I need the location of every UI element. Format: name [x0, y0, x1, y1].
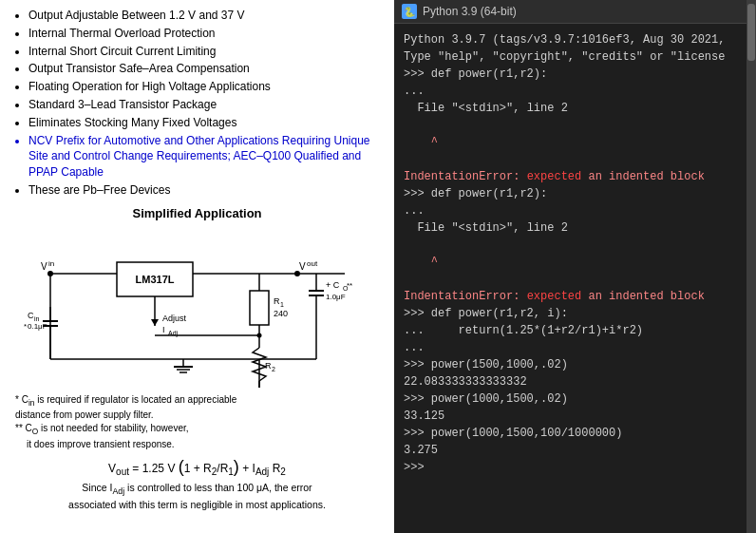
- terminal-line: ...: [404, 339, 737, 356]
- terminal-line: IndentationError: expected an indented b…: [404, 288, 737, 305]
- terminal-line: 3.275: [404, 442, 737, 459]
- svg-text:0.1μF: 0.1μF: [28, 322, 47, 331]
- svg-text:in: in: [34, 315, 40, 322]
- terminal-line: >>> power(1000,1500,.02): [404, 390, 737, 408]
- terminal-line: >>> def power(r1,r2):: [404, 185, 737, 202]
- svg-text:LM317L: LM317L: [135, 274, 174, 285]
- terminal-line: ^: [404, 134, 737, 151]
- feature-item: Standard 3–Lead Transistor Package: [28, 97, 383, 113]
- svg-rect-24: [250, 291, 269, 325]
- terminal-line: >>> power(1000,1500,100/1000000): [404, 425, 737, 442]
- feature-item: Output Transistor Safe–Area Compensation: [28, 61, 383, 77]
- svg-text:C: C: [28, 311, 34, 320]
- terminal-line: >>>: [404, 459, 737, 476]
- terminal-title: Python 3.9 (64-bit): [423, 5, 517, 18]
- svg-text:R: R: [274, 296, 280, 306]
- terminal-line: [404, 151, 737, 168]
- python-icon: 🐍: [402, 4, 417, 19]
- scrollbar[interactable]: [747, 0, 756, 533]
- terminal-line: 22.083333333333332: [404, 373, 737, 390]
- svg-text:2: 2: [272, 366, 275, 372]
- footnote-co: ** CO is not needed for stability, howev…: [15, 422, 383, 451]
- svg-text:Adj: Adj: [168, 330, 179, 337]
- circuit-diagram: LM317L V out V in C in * 0.1μF: [11, 226, 383, 388]
- svg-text:**: **: [347, 281, 352, 290]
- scrollbar-thumb[interactable]: [747, 4, 755, 61]
- terminal-body[interactable]: Python 3.9.7 (tags/v3.9.7:1016ef3, Aug 3…: [394, 24, 747, 533]
- since-line: Since IAdj is controlled to less than 10…: [11, 481, 383, 511]
- terminal-line: >>> power(1500,1000,.02): [404, 356, 737, 373]
- feature-item: Output Adjustable Between 1.2 V and 37 V: [28, 8, 383, 24]
- terminal-line: ^: [404, 254, 737, 271]
- terminal-line: >>> def power(r1,r2, i):: [404, 305, 737, 322]
- svg-marker-22: [151, 319, 159, 326]
- svg-text:R: R: [265, 361, 272, 371]
- svg-text:in: in: [48, 259, 54, 268]
- terminal-line: >>> def power(r1,r2):: [404, 66, 737, 83]
- svg-text:V: V: [41, 261, 47, 272]
- terminal-titlebar: 🐍 Python 3.9 (64-bit): [394, 0, 747, 24]
- terminal-panel: 🐍 Python 3.9 (64-bit) Python 3.9.7 (tags…: [394, 0, 747, 533]
- svg-point-11: [47, 271, 53, 276]
- svg-text:1: 1: [280, 301, 284, 308]
- right-wrapper: 🐍 Python 3.9 (64-bit) Python 3.9.7 (tags…: [394, 0, 756, 533]
- footnote1-asterisk: * C: [15, 394, 28, 405]
- terminal-line: IndentationError: expected an indented b…: [404, 168, 737, 185]
- terminal-line: File "<stdin>", line 2: [404, 219, 737, 237]
- footnote-cin: * Cin is required if regulator is locate…: [15, 393, 383, 423]
- terminal-line: [404, 271, 737, 288]
- svg-text:V: V: [299, 261, 306, 272]
- svg-text:Adjust: Adjust: [162, 314, 187, 323]
- terminal-line: Type "help", "copyright", "credits" or "…: [404, 48, 737, 66]
- svg-text:+ C: + C: [326, 280, 340, 290]
- simplified-application-title: Simplified Application: [11, 206, 383, 220]
- terminal-line: [404, 117, 737, 134]
- terminal-line: ... return(1.25*(1+r2/r1)+i*r2): [404, 322, 737, 339]
- svg-text:240: 240: [274, 309, 288, 318]
- features-list: Output Adjustable Between 1.2 V and 37 V…: [11, 8, 383, 199]
- feature-item: Floating Operation for High Voltage Appl…: [28, 79, 383, 95]
- feature-item-blue: NCV Prefix for Automotive and Other Appl…: [28, 133, 383, 181]
- feature-item: These are Pb–Free Devices: [28, 182, 383, 199]
- terminal-line: ...: [404, 202, 737, 219]
- terminal-line: Python 3.9.7 (tags/v3.9.7:1016ef3, Aug 3…: [404, 31, 737, 48]
- svg-point-7: [294, 271, 300, 276]
- feature-item: Internal Thermal Overload Protection: [28, 26, 383, 42]
- terminal-line: 33.125: [404, 408, 737, 425]
- svg-text:1.0μF: 1.0μF: [326, 293, 346, 301]
- left-panel: Output Adjustable Between 1.2 V and 37 V…: [0, 0, 394, 533]
- terminal-line: File "<stdin>", line 2: [404, 100, 737, 117]
- feature-item: Internal Short Circuit Current Limiting: [28, 44, 383, 60]
- footnote2-asterisk: ** C: [15, 423, 32, 433]
- feature-item: Eliminates Stocking Many Fixed Voltages: [28, 115, 383, 131]
- formula-line: Vout = 1.25 V (1 + R2/R1) + IAdj R2: [11, 457, 383, 477]
- svg-text:I: I: [162, 325, 165, 334]
- svg-text:*: *: [24, 322, 27, 331]
- terminal-line: [404, 237, 737, 254]
- terminal-line: ...: [404, 83, 737, 100]
- footnotes: * Cin is required if regulator is locate…: [11, 393, 383, 451]
- svg-text:out: out: [307, 259, 318, 268]
